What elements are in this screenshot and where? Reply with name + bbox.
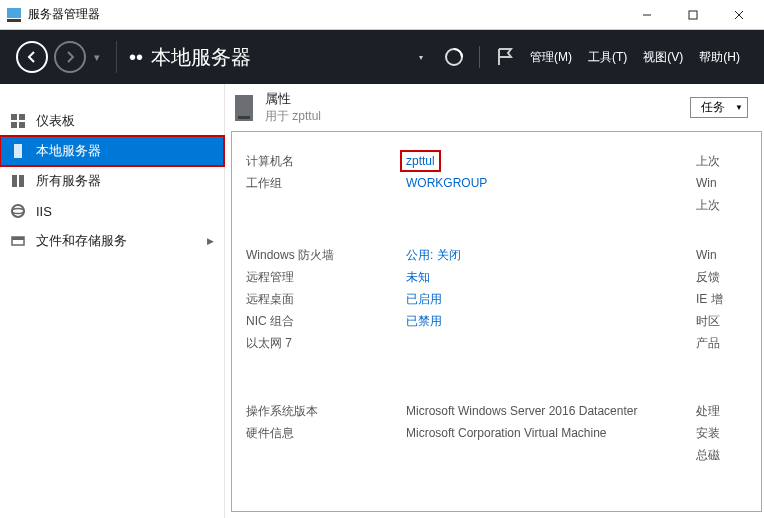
sidebar-item-file-storage[interactable]: 文件和存储服务 ▶	[0, 226, 224, 256]
menu-manage[interactable]: 管理(M)	[530, 49, 572, 66]
chevron-down-icon: ▼	[735, 103, 743, 112]
svg-point-14	[12, 205, 24, 217]
prop-label: 工作组	[246, 172, 406, 194]
prop-label: NIC 组合	[246, 310, 406, 332]
servers-icon	[6, 173, 30, 189]
svg-rect-7	[11, 114, 17, 120]
dashboard-icon	[6, 113, 30, 129]
prop-right-label: IE 增	[696, 288, 756, 310]
svg-rect-12	[12, 175, 17, 187]
svg-rect-1	[7, 19, 21, 22]
breadcrumb-ellipsis[interactable]: ••	[129, 46, 143, 69]
tasks-label: 任务	[701, 99, 725, 116]
sidebar-item-dashboard[interactable]: 仪表板	[0, 106, 224, 136]
nav-forward-button[interactable]	[54, 41, 86, 73]
property-row: 远程桌面 已启用 IE 增	[246, 288, 761, 310]
sidebar-item-label: 所有服务器	[36, 172, 101, 190]
prop-right-label: 反馈	[696, 266, 756, 288]
menu-tools[interactable]: 工具(T)	[588, 49, 627, 66]
server-icon	[6, 143, 30, 159]
property-row: Windows 防火墙 公用: 关闭 Win	[246, 244, 761, 266]
iis-icon	[6, 203, 30, 219]
workgroup-link[interactable]: WORKGROUP	[406, 176, 487, 190]
prop-right-label: Win	[696, 172, 756, 194]
prop-label: 操作系统版本	[246, 400, 406, 422]
prop-right-label: 安装	[696, 422, 756, 444]
menu-help[interactable]: 帮助(H)	[699, 49, 740, 66]
content-area: 仪表板 本地服务器 所有服务器 IIS 文件和存储服务 ▶ 属性 用于 zptt…	[0, 84, 764, 518]
sidebar-item-all-servers[interactable]: 所有服务器	[0, 166, 224, 196]
firewall-link[interactable]: 公用: 关闭	[406, 248, 461, 262]
property-row: 工作组 WORKGROUP Win	[246, 172, 761, 194]
prop-right-label: 总磁	[696, 444, 756, 466]
hardware-info-text: Microsoft Corporation Virtual Machine	[406, 422, 696, 444]
prop-right-label: 上次	[696, 150, 756, 172]
svg-rect-10	[19, 122, 25, 128]
svg-rect-9	[11, 122, 17, 128]
property-row: 操作系统版本 Microsoft Windows Server 2016 Dat…	[246, 400, 761, 422]
property-row: 远程管理 未知 反馈	[246, 266, 761, 288]
property-row: 硬件信息 Microsoft Corporation Virtual Machi…	[246, 422, 761, 444]
prop-right-label: Win	[696, 244, 756, 266]
close-button[interactable]	[716, 0, 762, 30]
header-bar: ▾ •• 本地服务器 ▾ 管理(M) 工具(T) 视图(V) 帮助(H)	[0, 30, 764, 84]
chevron-right-icon: ▶	[207, 236, 214, 246]
tasks-dropdown[interactable]: 任务 ▼	[690, 97, 748, 118]
sidebar: 仪表板 本地服务器 所有服务器 IIS 文件和存储服务 ▶	[0, 84, 225, 518]
prop-label: Windows 防火墙	[246, 244, 406, 266]
sidebar-item-label: 本地服务器	[36, 142, 101, 160]
property-row: 以太网 7 产品	[246, 332, 761, 354]
svg-rect-0	[7, 8, 21, 18]
refresh-button[interactable]	[443, 46, 465, 68]
property-row: NIC 组合 已禁用 时区	[246, 310, 761, 332]
notifications-flag-icon[interactable]	[494, 46, 516, 68]
computer-name-link[interactable]: zpttul	[400, 150, 441, 172]
main-panel: 属性 用于 zpttul 任务 ▼ 计算机名 zpttul 上次 工作组	[225, 84, 764, 518]
refresh-dropdown-indicator[interactable]: ▾	[409, 46, 431, 68]
svg-rect-19	[238, 116, 250, 119]
maximize-button[interactable]	[670, 0, 716, 30]
sidebar-item-local-server[interactable]: 本地服务器	[0, 136, 224, 166]
nic-team-link[interactable]: 已禁用	[406, 314, 442, 328]
page-title: 本地服务器	[151, 44, 251, 71]
property-row: 总磁	[246, 444, 761, 466]
os-version-text: Microsoft Windows Server 2016 Datacenter	[406, 400, 696, 422]
remote-manage-link[interactable]: 未知	[406, 270, 430, 284]
remote-desktop-link[interactable]: 已启用	[406, 292, 442, 306]
title-bar: 服务器管理器	[0, 0, 764, 30]
window-title: 服务器管理器	[28, 6, 100, 23]
svg-rect-3	[689, 11, 697, 19]
minimize-button[interactable]	[624, 0, 670, 30]
properties-subtitle: 用于 zpttul	[265, 108, 321, 125]
prop-label: 远程管理	[246, 266, 406, 288]
property-row: 上次	[246, 194, 761, 216]
menu-view[interactable]: 视图(V)	[643, 49, 683, 66]
prop-label: 以太网 7	[246, 332, 406, 354]
svg-rect-17	[12, 237, 24, 240]
app-icon	[6, 7, 22, 23]
properties-body: 计算机名 zpttul 上次 工作组 WORKGROUP Win 上次	[231, 131, 762, 512]
svg-rect-11	[14, 144, 22, 158]
sidebar-item-iis[interactable]: IIS	[0, 196, 224, 226]
prop-label: 远程桌面	[246, 288, 406, 310]
nav-dropdown-indicator[interactable]: ▾	[94, 51, 104, 64]
property-row: 计算机名 zpttul 上次	[246, 150, 761, 172]
prop-right-label: 处理	[696, 400, 756, 422]
prop-right-label: 产品	[696, 332, 756, 354]
properties-header: 属性 用于 zpttul 任务 ▼	[231, 90, 764, 125]
sidebar-item-label: 仪表板	[36, 112, 75, 130]
svg-rect-8	[19, 114, 25, 120]
properties-scroll-area[interactable]: 计算机名 zpttul 上次 工作组 WORKGROUP Win 上次	[232, 132, 761, 511]
nav-back-button[interactable]	[16, 41, 48, 73]
storage-icon	[6, 233, 30, 249]
prop-label: 计算机名	[246, 150, 406, 172]
prop-right-label: 上次	[696, 194, 756, 216]
server-glyph-icon	[233, 94, 255, 122]
properties-title: 属性	[265, 90, 321, 108]
svg-point-15	[12, 209, 24, 214]
sidebar-item-label: IIS	[36, 204, 52, 219]
prop-right-label: 时区	[696, 310, 756, 332]
svg-rect-13	[19, 175, 24, 187]
prop-label: 硬件信息	[246, 422, 406, 444]
sidebar-item-label: 文件和存储服务	[36, 232, 127, 250]
